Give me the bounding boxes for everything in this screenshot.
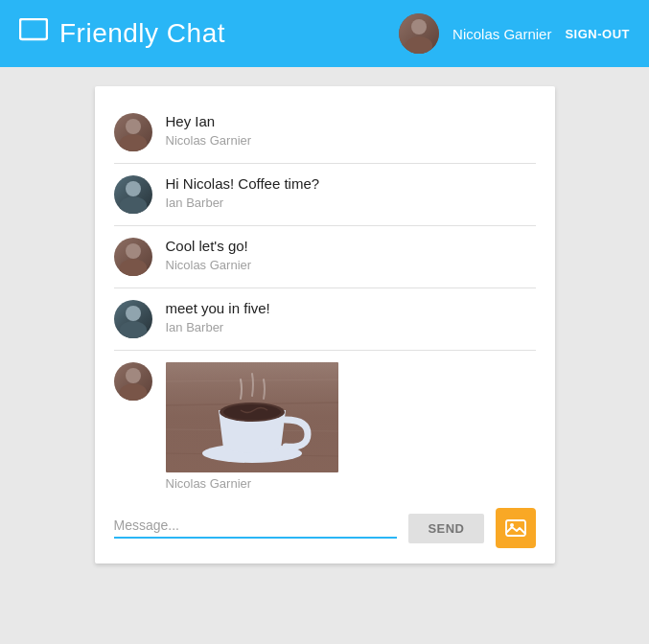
coffee-svg [166, 362, 338, 472]
message-row: Hi Nicolas! Coffee time? Ian Barber [114, 164, 536, 226]
message-row: Hey Ian Nicolas Garnier [114, 102, 536, 164]
user-avatar-header [399, 13, 439, 54]
header-right: Nicolas Garnier SIGN-OUT [399, 13, 630, 54]
message-row: meet you in five! Ian Barber [114, 288, 536, 351]
avatar-nicolas-1 [114, 113, 152, 151]
user-name: Nicolas Garnier [452, 26, 551, 42]
header-left: Friendly Chat [19, 18, 225, 50]
app-header: Friendly Chat Nicolas Garnier SIGN-OUT [0, 0, 649, 67]
send-button[interactable]: SEND [408, 514, 483, 543]
image-upload-icon [505, 518, 526, 539]
chat-icon [19, 18, 48, 50]
message-author-1: Nicolas Garnier [166, 133, 252, 148]
image-upload-button[interactable] [496, 508, 536, 548]
message-text-2: Hi Nicolas! Coffee time? [166, 175, 320, 192]
chat-container: Hey Ian Nicolas Garnier Hi Nicolas! Coff… [95, 86, 555, 564]
message-content-3: Cool let's go! Nicolas Garnier [166, 238, 252, 272]
message-text-1: Hey Ian [166, 113, 252, 129]
main-content: Hey Ian Nicolas Garnier Hi Nicolas! Coff… [0, 67, 649, 564]
avatar-ian-2 [114, 300, 152, 338]
svg-rect-0 [20, 19, 47, 39]
message-author-3: Nicolas Garnier [166, 258, 252, 272]
message-row-image: Nicolas Garnier [114, 351, 536, 494]
message-author-5: Nicolas Garnier [166, 476, 338, 491]
message-input[interactable] [114, 518, 398, 533]
coffee-image [166, 362, 338, 472]
message-image [166, 362, 338, 472]
app-title: Friendly Chat [59, 18, 225, 49]
message-content-5: Nicolas Garnier [166, 362, 338, 491]
input-area: SEND [95, 494, 555, 564]
message-content-1: Hey Ian Nicolas Garnier [166, 113, 252, 148]
message-text-3: Cool let's go! [166, 238, 252, 254]
svg-rect-11 [506, 520, 525, 536]
message-author-4: Ian Barber [166, 320, 270, 334]
message-input-wrapper [114, 518, 398, 539]
message-text-4: meet you in five! [166, 300, 270, 316]
message-content-2: Hi Nicolas! Coffee time? Ian Barber [166, 175, 320, 210]
avatar-ian-1 [114, 175, 152, 214]
sign-out-button[interactable]: SIGN-OUT [565, 27, 630, 41]
message-content-4: meet you in five! Ian Barber [166, 300, 270, 334]
input-underline [114, 537, 398, 539]
avatar-nicolas-2 [114, 238, 152, 276]
message-author-2: Ian Barber [166, 196, 320, 210]
message-row: Cool let's go! Nicolas Garnier [114, 226, 536, 288]
avatar-nicolas-3 [114, 362, 152, 401]
messages-area: Hey Ian Nicolas Garnier Hi Nicolas! Coff… [95, 86, 555, 494]
